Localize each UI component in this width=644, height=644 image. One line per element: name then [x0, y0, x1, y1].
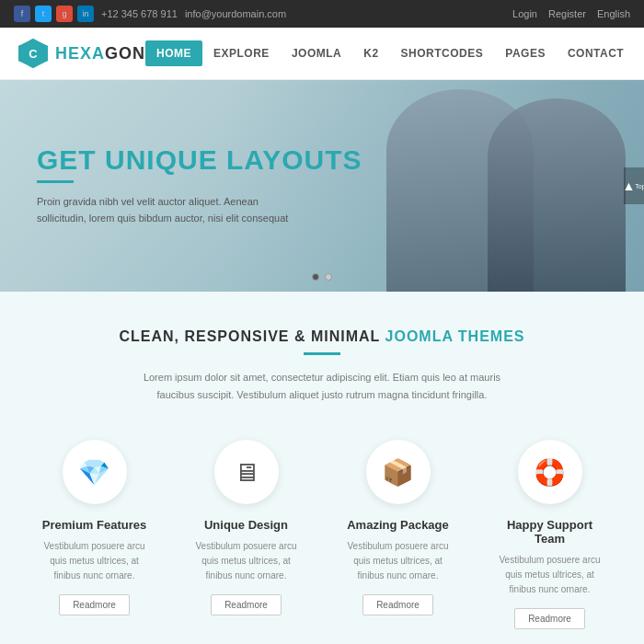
nav-contact[interactable]: CONTACT — [557, 40, 635, 66]
feature-premium-title: Premium Features — [37, 518, 152, 532]
features-title: CLEAN, RESPONSIVE & MINIMAL JOOMLA THEME… — [28, 328, 616, 345]
package-icon: 📦 — [382, 457, 414, 488]
facebook-icon[interactable]: f — [14, 6, 30, 22]
feature-package-desc: Vestibulum posuere arcu quis metus ultri… — [340, 539, 455, 583]
logo-hexagon: C — [18, 39, 48, 68]
language-selector[interactable]: English — [597, 8, 630, 19]
linkedin-icon[interactable]: in — [77, 6, 94, 22]
twitter-icon[interactable]: t — [35, 6, 52, 22]
features-title-highlight: JOOMLA THEMES — [385, 328, 525, 344]
email-address: info@yourdomain.com — [185, 8, 286, 19]
features-description: Lorem ipsum dolor sit amet, consectetur … — [129, 369, 515, 403]
googleplus-icon[interactable]: g — [56, 6, 73, 22]
feature-design: 🖥 Unique Design Vestibulum posuere arcu … — [179, 431, 313, 638]
login-link[interactable]: Login — [512, 8, 537, 19]
feature-design-title: Unique Design — [189, 518, 304, 532]
feature-design-icon-wrap: 🖥 — [214, 440, 279, 504]
feature-support-readmore[interactable]: Readmore — [514, 608, 585, 629]
top-bar-left: f t g in +12 345 678 911 info@yourdomain… — [14, 6, 286, 22]
features-grid: 💎 Premium Features Vestibulum posuere ar… — [28, 431, 616, 638]
nav-explore[interactable]: EXPLORE — [202, 40, 281, 66]
logo-hexa: HEXA — [55, 44, 105, 63]
top-bar: f t g in +12 345 678 911 info@yourdomain… — [0, 0, 644, 28]
features-divider — [304, 352, 340, 355]
slider-dots — [312, 273, 332, 281]
nav-home[interactable]: HOME — [145, 40, 202, 66]
header: C HEXAGON HOME EXPLORE JOOMLA K2 SHORTCO… — [0, 28, 644, 80]
hero-subtitle: Proin gravida nibh vel velit auctor aliq… — [37, 194, 294, 226]
hero-section: GET UNIQUE LAYOUTS Proin gravida nibh ve… — [0, 80, 644, 292]
top-bar-right: Login Register English — [512, 8, 630, 19]
feature-premium-icon-wrap: 💎 — [63, 440, 127, 504]
logo-gon: GON — [105, 44, 145, 63]
nav-k2[interactable]: K2 — [352, 40, 389, 66]
nav-news[interactable]: NEWS — [635, 40, 644, 66]
feature-package-title: Amazing Package — [340, 518, 455, 532]
slider-dot-2[interactable] — [325, 273, 332, 281]
nav-shortcodes[interactable]: SHORTCODES — [390, 40, 495, 66]
lifesaver-icon: 🛟 — [534, 457, 566, 488]
social-icons: f t g in — [14, 6, 94, 22]
hero-title: GET UNIQUE LAYOUTS — [37, 144, 362, 176]
feature-package-icon-wrap: 📦 — [366, 440, 431, 504]
feature-support-title: Happy Support Team — [492, 518, 607, 546]
person2-silhouette — [488, 98, 626, 292]
logo-text: HEXAGON — [55, 44, 145, 63]
register-link[interactable]: Register — [548, 8, 586, 19]
feature-support-desc: Vestibulum posuere arcu quis metus ultri… — [492, 553, 607, 597]
logo-hex-letter: C — [29, 47, 37, 61]
logo: C HEXAGON — [18, 39, 145, 68]
feature-package-readmore[interactable]: Readmore — [362, 594, 433, 615]
features-title-plain: CLEAN, RESPONSIVE & MINIMAL — [119, 328, 380, 344]
phone-number: +12 345 678 911 — [101, 8, 178, 19]
feature-premium: 💎 Premium Features Vestibulum posuere ar… — [28, 431, 161, 638]
slider-dot-1[interactable] — [312, 273, 319, 281]
feature-design-desc: Vestibulum posuere arcu quis metus ultri… — [189, 539, 304, 583]
monitor-icon: 🖥 — [234, 457, 259, 488]
features-section: CLEAN, RESPONSIVE & MINIMAL JOOMLA THEME… — [0, 292, 644, 644]
feature-design-readmore[interactable]: Readmore — [211, 594, 282, 615]
main-nav: HOME EXPLORE JOOMLA K2 SHORTCODES PAGES … — [145, 40, 644, 67]
feature-support-icon-wrap: 🛟 — [518, 440, 582, 504]
feature-support: 🛟 Happy Support Team Vestibulum posuere … — [483, 431, 616, 638]
feature-premium-readmore[interactable]: Readmore — [59, 594, 130, 615]
hero-content: GET UNIQUE LAYOUTS Proin gravida nibh ve… — [0, 117, 399, 254]
feature-package: 📦 Amazing Package Vestibulum posuere arc… — [331, 431, 465, 638]
nav-joomla[interactable]: JOOMLA — [281, 40, 352, 66]
nav-pages[interactable]: PAGES — [494, 40, 557, 66]
scroll-top-button[interactable]: ▲Top — [624, 167, 644, 204]
feature-premium-desc: Vestibulum posuere arcu quis metus ultri… — [37, 539, 152, 583]
hero-divider — [37, 180, 74, 183]
diamond-icon: 💎 — [78, 457, 110, 488]
